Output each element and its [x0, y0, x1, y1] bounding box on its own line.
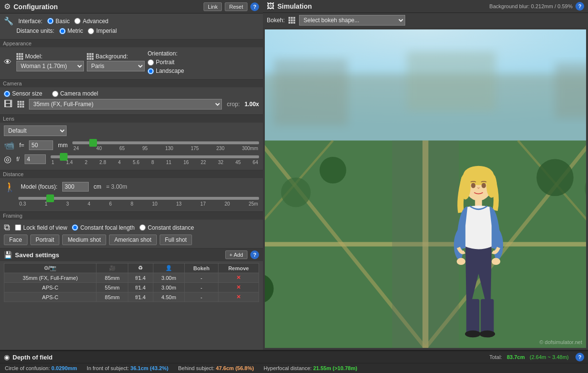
- framing-label: Framing: [3, 213, 22, 219]
- camera-model-radio[interactable]: [52, 91, 58, 97]
- reset-button[interactable]: Reset: [225, 2, 247, 11]
- portrait-radio-group[interactable]: Portrait: [148, 59, 184, 66]
- coc-label: Circle of confusion:: [5, 365, 50, 371]
- dof-section: ◉ Depth of field Total: 83.7cm (2.64m ~ …: [0, 350, 588, 373]
- row2-remove[interactable]: ✕: [219, 283, 259, 292]
- focal-input[interactable]: [29, 140, 53, 150]
- landscape-radio-group[interactable]: Landscape: [148, 68, 184, 74]
- bokeh-select[interactable]: Select bokeh shape...: [299, 15, 405, 26]
- aperture-slider[interactable]: [51, 155, 259, 158]
- lock-fov-label[interactable]: Lock field of view: [15, 224, 67, 231]
- config-icon: ⚙: [4, 2, 11, 11]
- constant-focal-radio[interactable]: [72, 224, 78, 231]
- svg-point-26: [471, 183, 475, 188]
- config-title: Configuration: [14, 3, 201, 11]
- hyp-value: 21.55m (>10.78m): [313, 365, 357, 371]
- svg-point-29: [457, 258, 465, 265]
- table-row: APS-C 55mm f/1.4 3.00m - ✕: [4, 283, 259, 292]
- svg-rect-31: [466, 299, 479, 334]
- hyp-label: Hyperfocal distance:: [263, 365, 312, 371]
- metric-radio[interactable]: [59, 28, 66, 34]
- col-remove-header: Remove: [219, 263, 259, 273]
- dof-total-label: Total:: [489, 354, 502, 360]
- bokeh-label: Bokeh:: [267, 17, 285, 24]
- aperture-input[interactable]: [25, 154, 46, 164]
- imperial-radio-group[interactable]: Imperial: [88, 28, 117, 34]
- distance-meters: = 3.00m: [106, 183, 127, 190]
- advanced-radio[interactable]: [74, 18, 81, 24]
- sim-help-button[interactable]: ?: [575, 2, 584, 11]
- dof-title: Depth of field: [13, 354, 53, 361]
- col-distance-header: 👤: [153, 263, 185, 273]
- framing-buttons: Face Portrait Medium shot American shot …: [4, 235, 259, 245]
- basic-label: Basic: [55, 18, 69, 25]
- basic-radio[interactable]: [47, 18, 54, 24]
- lens-preset-select[interactable]: DefaultWide angleStandardTelephoto: [4, 125, 67, 136]
- svg-point-15: [320, 157, 346, 183]
- crop-icon: ⧉: [4, 222, 10, 233]
- distance-input[interactable]: [62, 182, 89, 192]
- framing-divider: Framing: [0, 212, 263, 220]
- lock-fov-checkbox[interactable]: [15, 224, 21, 231]
- link-button[interactable]: Link: [204, 2, 222, 11]
- crop-label: crop:: [227, 101, 240, 108]
- full-shot-button[interactable]: Full shot: [160, 235, 192, 245]
- face-button[interactable]: Face: [4, 235, 27, 245]
- saved-settings-table: ⊙/📷 🎥 ♻ 👤 Bokeh Remove 35mm (FX, Full-Fr…: [4, 263, 259, 302]
- coc-value: 0.0290mm: [52, 365, 77, 371]
- model-select[interactable]: Woman 1 (1.70m)Woman 2 (1.65m)Man 1 (1.8…: [16, 61, 84, 71]
- sensor-select[interactable]: 35mm (FX, Full-Frame)APS-C (Nikon DX)APS…: [29, 99, 222, 110]
- imperial-radio[interactable]: [88, 28, 94, 34]
- dof-front: In front of subject: 36.1cm (43.2%): [87, 365, 168, 371]
- bg-blur-text: Background blur: 0.212mm / 0.59%: [490, 3, 573, 9]
- row2-sensor: APS-C: [4, 283, 96, 292]
- portrait-button[interactable]: Portrait: [30, 235, 60, 245]
- sensor-size-radio-group[interactable]: Sensor size: [4, 90, 42, 97]
- american-shot-button[interactable]: American shot: [109, 235, 157, 245]
- aperture-label: f/: [16, 156, 20, 163]
- medium-shot-button[interactable]: Medium shot: [62, 235, 106, 245]
- distance-units-label: Distance units:: [16, 28, 55, 34]
- saved-table-container: ⊙/📷 🎥 ♻ 👤 Bokeh Remove 35mm (FX, Full-Fr…: [0, 261, 263, 304]
- camera-divider: Camera: [0, 80, 263, 87]
- simulation-image: © dofsimulator.net: [265, 29, 586, 348]
- sim-title: Simulation: [277, 2, 487, 10]
- metric-radio-group[interactable]: Metric: [59, 28, 83, 34]
- portrait-radio[interactable]: [148, 59, 154, 66]
- distance-slider[interactable]: [18, 197, 259, 200]
- imperial-label: Imperial: [96, 28, 117, 34]
- appearance-divider: Appearance: [0, 40, 263, 47]
- dof-help-button[interactable]: ?: [575, 353, 584, 361]
- add-button[interactable]: + Add: [225, 250, 247, 259]
- row3-remove[interactable]: ✕: [219, 292, 259, 302]
- row1-remove[interactable]: ✕: [219, 273, 259, 283]
- basic-radio-group[interactable]: Basic: [47, 18, 69, 25]
- saved-help-button[interactable]: ?: [250, 250, 259, 259]
- row2-bokeh: -: [185, 283, 219, 292]
- row2-aperture: f/1.4: [128, 283, 153, 292]
- config-header: ⚙ Configuration Link Reset ?: [0, 0, 263, 14]
- constant-focal-group[interactable]: Constant focal length: [72, 224, 135, 231]
- svg-point-16: [536, 159, 574, 196]
- appearance-section: 👁 Model: Woman 1 (1.70m): [0, 47, 263, 80]
- sensor-grid-icon: [17, 101, 24, 108]
- row1-focal: 85mm: [96, 273, 128, 283]
- camera-model-label: Camera model: [60, 90, 98, 97]
- constant-dist-radio[interactable]: [139, 224, 146, 231]
- background-select[interactable]: ParisNew YorkTokyoLondon: [87, 61, 145, 71]
- sensor-size-radio[interactable]: [4, 91, 10, 97]
- col-aperture-header: ♻: [128, 263, 153, 273]
- constant-dist-group[interactable]: Constant distance: [139, 224, 194, 231]
- bokeh-row: Bokeh: Select bokeh shape...: [263, 13, 588, 28]
- advanced-radio-group[interactable]: Advanced: [74, 18, 108, 25]
- svg-rect-32: [480, 299, 493, 334]
- row3-aperture: f/1.4: [128, 292, 153, 302]
- svg-point-14: [281, 178, 311, 207]
- focal-slider[interactable]: [72, 141, 259, 144]
- row2-focal: 55mm: [96, 283, 128, 292]
- config-help-button[interactable]: ?: [250, 2, 259, 11]
- dof-header: ◉ Depth of field Total: 83.7cm (2.64m ~ …: [0, 351, 588, 363]
- camera-model-radio-group[interactable]: Camera model: [52, 90, 98, 97]
- landscape-radio[interactable]: [148, 68, 154, 74]
- film-icon: 🎞: [4, 99, 13, 110]
